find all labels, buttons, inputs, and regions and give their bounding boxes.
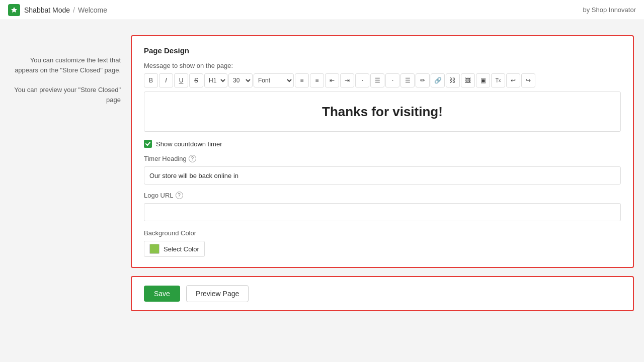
countdown-row: Show countdown timer (144, 140, 621, 148)
page-design-panel: Page Design Message to show on the page:… (131, 35, 634, 268)
align-left-button[interactable]: ⬝ (355, 73, 369, 87)
countdown-label: Show countdown timer (156, 140, 222, 148)
underline-button[interactable]: U (174, 73, 188, 87)
breadcrumb-page: Welcome (78, 6, 107, 14)
video-button[interactable]: ▣ (476, 73, 490, 87)
indent-right-button[interactable]: ⇥ (340, 73, 354, 87)
timer-heading-label: Timer Heading (144, 155, 187, 162)
select-color-button[interactable]: Select Color (144, 241, 205, 257)
countdown-checkbox[interactable] (144, 140, 152, 148)
link-button[interactable]: 🔗 (431, 73, 445, 87)
logo-url-input[interactable] (144, 203, 621, 221)
header: Shabbat Mode / Welcome by Shop Innovator (0, 0, 644, 20)
sidebar-hint-1: You can customize the text that appears … (10, 55, 121, 75)
image-button[interactable]: 🖼 (461, 73, 475, 87)
sidebar: You can customize the text that appears … (10, 35, 121, 347)
strikethrough-button[interactable]: S (189, 73, 203, 87)
editor-toolbar: B I U S H1 H2 H3 P 30 12 14 18 24 36 (144, 73, 621, 87)
timer-heading-help-icon[interactable]: ? (189, 155, 196, 162)
timer-heading-input[interactable] (144, 166, 621, 185)
align-justify-button[interactable]: ☰ (400, 73, 415, 87)
ordered-list-button[interactable]: ≡ (310, 73, 324, 87)
redo-button[interactable]: ↪ (521, 73, 535, 87)
logo-url-label-row: Logo URL ? (144, 192, 621, 199)
align-right-button[interactable]: ⬝ (385, 73, 399, 87)
content-area: Page Design Message to show on the page:… (131, 35, 634, 347)
breadcrumb-app: Shabbat Mode (24, 6, 70, 14)
editor-area[interactable]: Thanks for visiting! (144, 92, 621, 132)
font-size-select[interactable]: 30 12 14 18 24 36 (228, 73, 253, 87)
color-swatch (149, 244, 159, 254)
heading-select[interactable]: H1 H2 H3 P (204, 73, 227, 87)
indent-left-button[interactable]: ⇤ (325, 73, 339, 87)
logo-url-label: Logo URL (144, 192, 174, 199)
undo-button[interactable]: ↩ (506, 73, 520, 87)
attribution: by Shop Innovator (583, 6, 636, 14)
align-center-button[interactable]: ☰ (370, 73, 384, 87)
preview-button[interactable]: Preview Page (186, 285, 249, 302)
format-clear-button[interactable]: Tx (491, 73, 505, 87)
app-icon (8, 4, 20, 16)
panel-title: Page Design (144, 46, 621, 55)
main-layout: You can customize the text that appears … (0, 20, 644, 362)
select-color-label: Select Color (164, 245, 199, 253)
unordered-list-button[interactable]: ≡ (295, 73, 309, 87)
timer-heading-label-row: Timer Heading ? (144, 155, 621, 162)
editor-content[interactable]: Thanks for visiting! (322, 104, 443, 120)
logo-url-help-icon[interactable]: ? (176, 192, 183, 199)
background-color-label: Background Color (144, 229, 621, 237)
sidebar-hint-2: You can preview your "Store Closed" page (10, 85, 121, 105)
italic-button[interactable]: I (159, 73, 173, 87)
font-select[interactable]: Font Arial Georgia (254, 73, 294, 87)
message-label: Message to show on the page: (144, 62, 621, 69)
bottom-panel: Save Preview Page (131, 276, 634, 311)
breadcrumb: Shabbat Mode / Welcome (24, 6, 107, 14)
breadcrumb-separator: / (73, 6, 75, 14)
color-button[interactable]: ✏ (416, 73, 430, 87)
header-left: Shabbat Mode / Welcome (8, 4, 107, 16)
save-button[interactable]: Save (144, 286, 180, 302)
bold-button[interactable]: B (144, 73, 158, 87)
unlink-button[interactable]: ⛓ (446, 73, 460, 87)
